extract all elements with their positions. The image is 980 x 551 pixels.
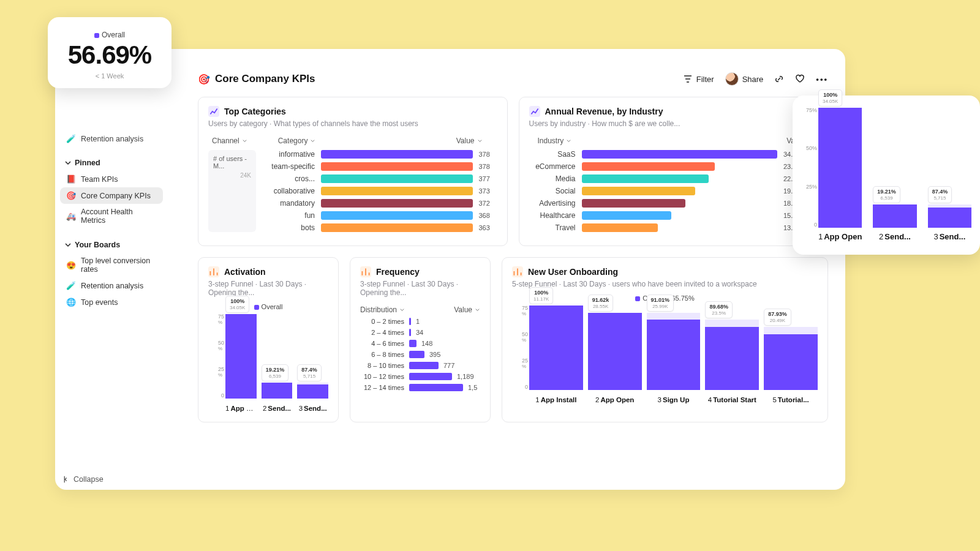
industry-row[interactable]: Media22.41M xyxy=(529,174,818,183)
x-label: 4Tutorial Start xyxy=(705,396,759,403)
funnel-bar[interactable]: 87.4%5,715 xyxy=(297,314,328,399)
industry-row[interactable]: eCommerce23.37M xyxy=(529,162,818,171)
sidebar-section-yourboards[interactable]: Your Boards xyxy=(60,237,163,253)
row-label: 6 – 8 times xyxy=(360,351,404,358)
freq-row[interactable]: 10 – 12 times1,189 xyxy=(360,373,480,380)
bar-fg xyxy=(529,305,583,390)
category-row[interactable]: mandatory372 xyxy=(262,199,497,208)
funnel-bar[interactable]: 91.01%25.99K xyxy=(647,305,701,390)
funnel-icon xyxy=(208,266,219,277)
overall-caption: < 1 Week xyxy=(56,72,163,80)
card-frequency: Frequency 3-step Funnel · Last 30 Days ·… xyxy=(350,257,491,422)
floating-funnel-card: 75%50%25%0100%34.05K19.21%6,53987.4%5,71… xyxy=(793,96,980,255)
retention-emoji: 🧪 xyxy=(66,134,76,143)
col-channel[interactable]: Channel xyxy=(212,137,247,145)
category-row[interactable]: informative378 xyxy=(262,150,497,159)
freq-row[interactable]: 4 – 6 times148 xyxy=(360,340,480,347)
col-distribution[interactable]: Distribution xyxy=(360,305,405,314)
industry-row[interactable]: Advertising18.17M xyxy=(529,199,818,208)
funnel-bar[interactable]: 19.21%6,539 xyxy=(262,314,293,399)
industry-row[interactable]: SaaS34.35M xyxy=(529,150,818,159)
bar-fg xyxy=(818,108,862,228)
chart-icon xyxy=(208,106,219,117)
caret-icon xyxy=(477,138,483,144)
sidebar-item[interactable]: 🌐Top events xyxy=(60,294,163,310)
funnel-bar[interactable]: 87.4%5,715 xyxy=(928,108,971,228)
sidebar-item[interactable]: 📕Team KPIs xyxy=(60,171,163,187)
row-bar xyxy=(409,373,452,380)
bar-fg xyxy=(873,204,916,228)
row-bar xyxy=(582,211,672,220)
x-labels: 1App Install2App Open3Sign Up4Tutorial S… xyxy=(529,396,818,403)
channel-cell[interactable]: # of users - M... 24K xyxy=(208,150,256,232)
row-label: collaborative xyxy=(262,187,315,195)
freq-row[interactable]: 6 – 8 times395 xyxy=(360,351,480,358)
collapse-icon xyxy=(61,475,70,484)
bar-tooltip: 100%34.05K xyxy=(225,296,249,313)
bar-tooltip: 87.4%5,715 xyxy=(297,364,322,381)
row-bar xyxy=(321,211,473,220)
collapse-button[interactable]: Collapse xyxy=(61,475,104,484)
category-row[interactable]: fun368 xyxy=(262,211,497,220)
sidebar-item[interactable]: 🧪Retention analysis xyxy=(60,277,163,294)
col-value[interactable]: Value xyxy=(454,305,480,314)
sidebar-section-pinned[interactable]: Pinned xyxy=(60,155,163,171)
bar-bg: 87.4%5,715 xyxy=(297,383,328,399)
industry-row[interactable]: Healthcare15.84M xyxy=(529,211,818,220)
row-label: mandatory xyxy=(262,199,315,208)
caret-icon xyxy=(242,138,247,144)
avatar xyxy=(725,72,739,86)
x-label: 1App Open xyxy=(225,405,257,412)
y-axis: 75%50%25%0 xyxy=(801,108,817,228)
industry-row[interactable]: Travel13.26M xyxy=(529,223,818,232)
category-row[interactable]: bots363 xyxy=(262,223,497,232)
row-label: 10 – 12 times xyxy=(360,373,404,380)
floating-overall-card: Overall 56.69% < 1 Week xyxy=(48,17,172,88)
sidebar-item-label: Team KPIs xyxy=(81,175,118,184)
row-label: 4 – 6 times xyxy=(360,340,404,347)
row-label: bots xyxy=(262,223,315,232)
bar-bg: 87.93%20.49K xyxy=(764,327,818,390)
freq-row[interactable]: 2 – 4 times34 xyxy=(360,329,480,336)
bar-bg: 91.01%25.99K xyxy=(647,313,701,390)
freq-row[interactable]: 8 – 10 times777 xyxy=(360,362,480,369)
funnel-bar[interactable]: 91.62k28.55K xyxy=(588,305,642,390)
sidebar-item[interactable]: 🎯Core Company KPIs xyxy=(60,187,163,204)
bar-bg: 91.62k28.55K xyxy=(588,313,642,390)
bar-bg: 87.4%5,715 xyxy=(928,204,971,228)
col-category[interactable]: Category xyxy=(278,137,316,145)
funnel-bar[interactable]: 100%34.05K xyxy=(818,108,862,228)
freq-row[interactable]: 0 – 2 times1 xyxy=(360,318,480,325)
card-subtitle: Users by industry · How much $ are we co… xyxy=(529,119,818,128)
more-button[interactable]: ••• xyxy=(816,75,828,84)
col-value[interactable]: Value xyxy=(456,137,483,145)
link-button[interactable] xyxy=(774,74,784,84)
bar-tooltip: 87.93%20.49K xyxy=(764,309,791,326)
favorite-button[interactable] xyxy=(795,74,805,84)
sidebar-item[interactable]: 😍Top level conversion rates xyxy=(60,253,163,277)
col-industry[interactable]: Industry xyxy=(538,137,572,145)
sidebar-item[interactable]: 🚑Account Health Metrics xyxy=(60,204,163,228)
card-title: Annual Revenue, by Industry xyxy=(545,107,663,116)
funnel-bar[interactable]: 89.68%23.5% xyxy=(705,305,759,390)
share-button[interactable]: Share xyxy=(725,72,764,86)
row-bar xyxy=(409,329,411,336)
funnel-bar[interactable]: 19.21%6,539 xyxy=(873,108,916,228)
category-row[interactable]: cros...377 xyxy=(262,174,497,183)
row-bar xyxy=(321,174,473,183)
x-labels: 1App Open2Send...3Send... xyxy=(818,232,971,241)
row-bar xyxy=(582,199,685,208)
category-row[interactable]: collaborative373 xyxy=(262,187,497,195)
row-value: 377 xyxy=(479,175,497,182)
row-label: team-specific xyxy=(262,162,315,171)
industry-row[interactable]: Social19.92M xyxy=(529,187,818,195)
funnel-bar[interactable]: 100%34.05K xyxy=(225,314,257,399)
row-label: 0 – 2 times xyxy=(360,318,404,325)
filter-button[interactable]: Filter xyxy=(683,74,714,84)
category-row[interactable]: team-specific378 xyxy=(262,162,497,171)
funnel-bar[interactable]: 100%11.17K xyxy=(529,305,583,390)
sidebar-item-retention-top[interactable]: 🧪 Retention analysis xyxy=(60,131,163,146)
freq-row[interactable]: 12 – 14 times1,5 xyxy=(360,384,480,391)
collapse-label: Collapse xyxy=(74,475,104,484)
funnel-bar[interactable]: 87.93%20.49K xyxy=(764,305,818,390)
